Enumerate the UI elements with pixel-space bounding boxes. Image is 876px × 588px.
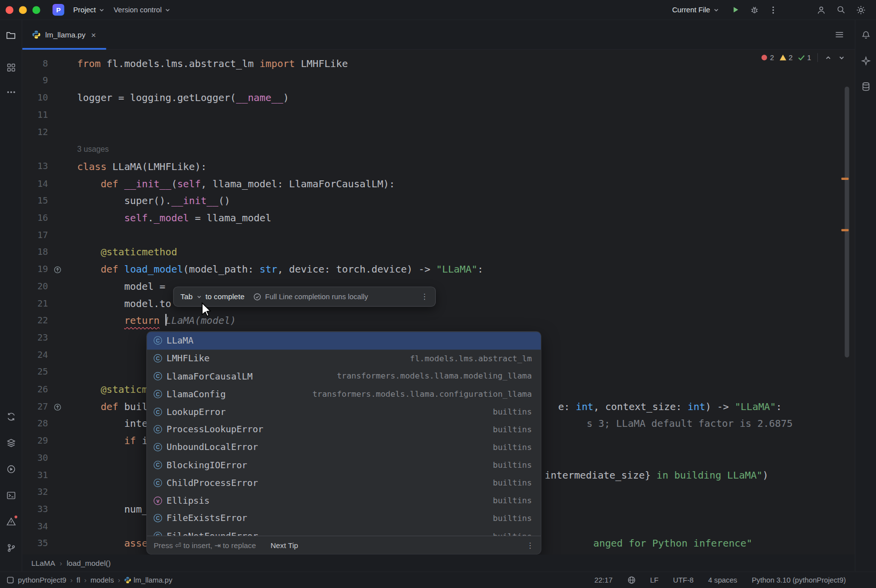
line-number[interactable]: 29 — [22, 432, 48, 450]
version-control-tool-button[interactable] — [2, 540, 19, 556]
line-number[interactable]: 10 — [22, 89, 48, 106]
notifications-button[interactable] — [857, 27, 874, 43]
hint-options-icon[interactable]: ⋮ — [420, 292, 428, 301]
settings-button[interactable] — [854, 2, 868, 17]
next-tip-link[interactable]: Next Tip — [271, 541, 298, 550]
caret-position[interactable]: 22:17 — [595, 576, 613, 584]
run-config-selector[interactable]: Current File — [667, 3, 723, 17]
status-path-models[interactable]: models — [91, 576, 114, 584]
run-button[interactable] — [729, 3, 742, 16]
line-number[interactable]: 28 — [22, 415, 48, 432]
line-number[interactable]: 9 — [22, 72, 48, 90]
completion-item[interactable]: CLlamaConfigtransformers.models.llama.co… — [147, 385, 541, 403]
search-everywhere-button[interactable] — [834, 3, 848, 17]
completion-item[interactable]: CLookupErrorbuiltins — [147, 403, 541, 420]
completion-item[interactable]: CFileNotFoundErrorbuiltins — [147, 527, 541, 536]
commit-tool-button[interactable] — [2, 408, 19, 425]
stripe-warning-mark[interactable] — [841, 229, 849, 232]
encoding-selector[interactable]: UTF-8 — [673, 576, 694, 584]
completion-item[interactable]: CBlockingIOErrorbuiltins — [147, 456, 541, 474]
line-number[interactable]: 23 — [22, 330, 48, 347]
line-number[interactable]: 30 — [22, 450, 48, 467]
more-tool-windows-button[interactable] — [2, 84, 19, 101]
user-avatar[interactable] — [814, 2, 828, 17]
line-ending-selector[interactable]: LF — [650, 576, 659, 584]
indent-selector[interactable]: 4 spaces — [708, 576, 737, 584]
line-number[interactable]: 18 — [22, 244, 48, 261]
typo-count[interactable]: 1 — [798, 53, 811, 62]
line-number[interactable]: 12 — [22, 124, 48, 141]
close-button[interactable] — [5, 6, 13, 14]
error-count[interactable]: 2 — [761, 53, 774, 62]
line-number[interactable]: 32 — [22, 484, 48, 501]
line-number[interactable]: 33 — [22, 501, 48, 518]
completion-options-icon[interactable]: ⋮ — [526, 541, 534, 550]
problems-tool-button[interactable] — [2, 513, 19, 530]
line-number[interactable]: 34 — [22, 518, 48, 535]
vcs-menu[interactable]: Version control — [109, 3, 175, 17]
line-number[interactable]: 24 — [22, 346, 48, 364]
line-number[interactable]: 16 — [22, 209, 48, 227]
completion-item[interactable]: CFileExistsErrorbuiltins — [147, 510, 541, 527]
tab-lm-llama-py[interactable]: lm_llama.py × — [22, 20, 106, 49]
status-file[interactable]: lm_llama.py — [124, 576, 173, 584]
breadcrumb-class[interactable]: LLaMA — [31, 559, 55, 567]
line-number[interactable]: 20 — [22, 278, 48, 295]
editor-tabs-menu-button[interactable] — [833, 29, 846, 40]
override-marker-icon[interactable] — [54, 265, 62, 273]
globe-icon[interactable] — [627, 576, 635, 584]
zoom-button[interactable] — [33, 6, 40, 14]
completion-item[interactable]: CLlamaForCausalLMtransformers.models.lla… — [147, 367, 541, 385]
stripe-warning-mark[interactable] — [841, 177, 849, 180]
completion-item[interactable]: CLLaMA — [147, 332, 541, 349]
breadcrumb-method[interactable]: load_model() — [67, 559, 110, 567]
vertical-scrollbar[interactable] — [845, 87, 849, 358]
completion-item[interactable]: CProcessLookupErrorbuiltins — [147, 420, 541, 438]
database-button[interactable] — [857, 78, 874, 95]
status-path-project[interactable]: pythonProject9 — [18, 576, 66, 584]
completion-item[interactable]: CUnboundLocalErrorbuiltins — [147, 438, 541, 456]
code-line-fragment: e: int, context_size: int) -> "LLaMA": — [558, 398, 782, 415]
structure-tool-button[interactable] — [2, 59, 19, 76]
line-number[interactable]: 27 — [22, 398, 48, 415]
prev-problem-button[interactable] — [824, 53, 833, 62]
more-horizontal-icon — [6, 91, 15, 94]
line-number[interactable]: 11 — [22, 106, 48, 124]
status-path-fl[interactable]: fl — [76, 576, 80, 584]
interpreter-selector[interactable]: Python 3.10 (pythonProject9) — [752, 576, 846, 584]
warning-count[interactable]: 2 — [779, 53, 792, 62]
line-number[interactable]: 21 — [22, 295, 48, 312]
line-number[interactable]: 13 — [22, 158, 48, 175]
minimize-button[interactable] — [19, 6, 27, 14]
tab-close-icon[interactable]: × — [90, 29, 97, 40]
line-number[interactable]: 8 — [22, 55, 48, 72]
workspace-icon[interactable] — [7, 577, 14, 584]
line-number[interactable]: 15 — [22, 192, 48, 209]
line-number[interactable]: 26 — [22, 381, 48, 398]
line-number[interactable]: 14 — [22, 175, 48, 192]
terminal-tool-button[interactable] — [2, 487, 19, 504]
project-menu[interactable]: Project — [69, 3, 109, 17]
python-console-tool-button[interactable] — [2, 461, 19, 478]
ai-assistant-button[interactable] — [857, 53, 874, 69]
project-tool-button[interactable] — [2, 27, 19, 43]
tab-key-label[interactable]: Tab — [180, 292, 193, 301]
line-number[interactable]: 22 — [22, 312, 48, 330]
debug-button[interactable] — [747, 3, 761, 17]
line-number[interactable]: 25 — [22, 364, 48, 381]
line-number[interactable]: 35 — [22, 535, 48, 553]
line-number[interactable]: 31 — [22, 467, 48, 484]
line-number[interactable]: 19 — [22, 261, 48, 278]
completion-item[interactable]: CLMHFLikefl.models.lms.abstract_lm — [147, 349, 541, 367]
completion-item[interactable]: CChildProcessErrorbuiltins — [147, 474, 541, 491]
line-number[interactable]: 17 — [22, 227, 48, 244]
python-packages-tool-button[interactable] — [2, 435, 19, 451]
override-marker-icon[interactable] — [54, 403, 62, 411]
inlay-usages-hint[interactable]: 3 usages — [77, 141, 108, 158]
code-line: self._model = llama_model — [77, 209, 271, 227]
editor[interactable]: 8910111213141516171819202122232425262728… — [22, 50, 855, 554]
completion-item[interactable]: vEllipsisbuiltins — [147, 491, 541, 509]
more-actions-button[interactable] — [767, 3, 779, 16]
next-problem-button[interactable] — [838, 53, 846, 62]
fullline-ai-icon — [253, 292, 261, 301]
